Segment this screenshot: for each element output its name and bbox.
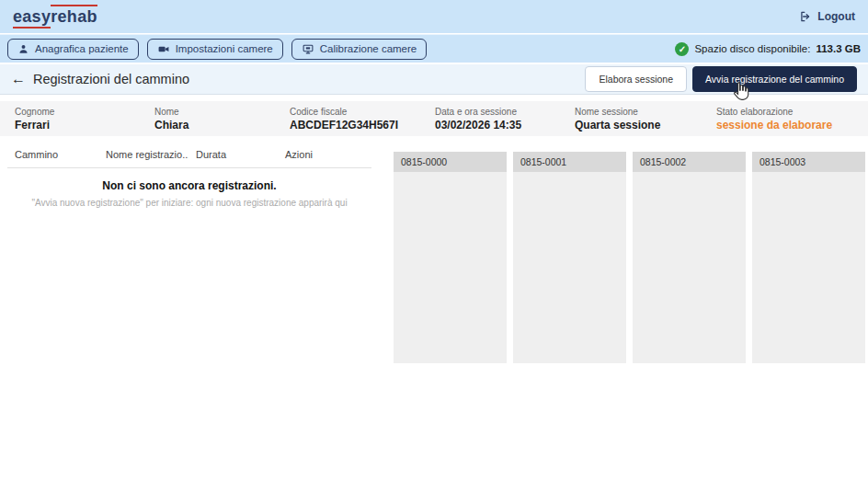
patient-info-band: Cognome Ferrari Nome Chiara Codice fisca… bbox=[0, 101, 868, 136]
check-circle-icon: ✓ bbox=[675, 42, 689, 56]
field-label: Nome bbox=[154, 107, 290, 117]
patient-field-nome: Nome Chiara bbox=[154, 107, 290, 132]
field-value: ABCDEF12G34H567I bbox=[290, 119, 435, 132]
back-arrow-icon[interactable]: ← bbox=[11, 71, 26, 87]
anagrafica-paziente-label: Anagrafica paziente bbox=[35, 43, 129, 54]
disk-space-label: Spazio disco disponibile: bbox=[694, 43, 810, 54]
impostazioni-camere-button[interactable]: Impostazioni camere bbox=[147, 39, 283, 60]
disk-space-status: ✓ Spazio disco disponibile: 113.3 GB bbox=[675, 42, 861, 56]
calibrazione-camere-button[interactable]: Calibrazione camere bbox=[291, 39, 427, 60]
top-bar: easyrehab Logout bbox=[0, 0, 868, 33]
camera-panel-1: 0815-0001 bbox=[513, 152, 626, 363]
patient-field-codice-fiscale: Codice fiscale ABCDEF12G34H567I bbox=[290, 107, 435, 132]
field-label: Data e ora sessione bbox=[435, 107, 575, 117]
column-cammino: Cammino bbox=[7, 149, 98, 160]
page-title: Registrazioni del cammino bbox=[33, 72, 189, 86]
logout-button[interactable]: Logout bbox=[799, 10, 855, 23]
field-value: Chiara bbox=[154, 119, 290, 132]
recordings-table-header: Cammino Nome registrazio... Durata Azion… bbox=[7, 149, 371, 168]
main-content: Cammino Nome registrazio... Durata Azion… bbox=[0, 136, 868, 492]
patient-field-cognome: Cognome Ferrari bbox=[15, 107, 154, 132]
field-value: Ferrari bbox=[15, 119, 154, 132]
camera-feed-view bbox=[394, 172, 507, 363]
field-value: Quarta sessione bbox=[575, 119, 716, 132]
field-label: Nome sessione bbox=[575, 107, 716, 117]
toolbar: Anagrafica paziente Impostazioni camere … bbox=[0, 34, 868, 63]
page-header: ← Registrazioni del cammino Elabora sess… bbox=[0, 64, 868, 95]
patient-field-stato-elaborazione: Stato elaborazione sessione da elaborare bbox=[716, 107, 853, 132]
avvia-registrazione-button[interactable]: Avvia registrazione del cammino bbox=[692, 66, 857, 92]
camera-label: 0815-0000 bbox=[394, 152, 507, 172]
camera-panel-3: 0815-0003 bbox=[752, 152, 865, 363]
calibrazione-camere-label: Calibrazione camere bbox=[320, 43, 417, 54]
field-label: Codice fiscale bbox=[290, 107, 435, 117]
column-azioni: Azioni bbox=[278, 149, 371, 160]
logout-label: Logout bbox=[817, 10, 855, 23]
camera-label: 0815-0001 bbox=[513, 152, 626, 172]
column-durata: Durata bbox=[188, 149, 278, 160]
impostazioni-camere-label: Impostazioni camere bbox=[176, 43, 273, 54]
status-badge: sessione da elaborare bbox=[716, 119, 853, 132]
anagrafica-paziente-button[interactable]: Anagrafica paziente bbox=[7, 39, 139, 60]
recordings-table: Cammino Nome registrazio... Durata Azion… bbox=[7, 149, 371, 208]
field-value: 03/02/2026 14:35 bbox=[435, 119, 575, 132]
logout-icon bbox=[799, 10, 812, 23]
logo-rehab: rehab bbox=[51, 5, 97, 26]
monitor-icon bbox=[302, 43, 314, 55]
camera-label: 0815-0002 bbox=[633, 152, 746, 172]
person-icon bbox=[17, 43, 29, 55]
column-nome-registrazione: Nome registrazio... bbox=[98, 149, 188, 160]
patient-field-nome-sessione: Nome sessione Quarta sessione bbox=[575, 107, 716, 132]
elabora-sessione-button[interactable]: Elabora sessione bbox=[585, 66, 687, 92]
logo-easy: easy bbox=[13, 7, 51, 29]
empty-state-title: Non ci sono ancora registrazioni. bbox=[7, 179, 371, 192]
camera-panel-0: 0815-0000 bbox=[394, 152, 507, 363]
disk-space-value: 113.3 GB bbox=[816, 43, 861, 54]
camera-label: 0815-0003 bbox=[752, 152, 865, 172]
camera-feed-view bbox=[752, 172, 865, 363]
camera-feed-view bbox=[513, 172, 626, 363]
app-logo: easyrehab bbox=[13, 7, 97, 27]
empty-state: Non ci sono ancora registrazioni. "Avvia… bbox=[7, 179, 371, 208]
empty-state-subtitle: "Avvia nuova registrazione" per iniziare… bbox=[7, 198, 371, 208]
camera-panel-2: 0815-0002 bbox=[633, 152, 746, 363]
video-camera-icon bbox=[157, 43, 170, 55]
patient-field-data-ora-sessione: Data e ora sessione 03/02/2026 14:35 bbox=[435, 107, 575, 132]
field-label: Cognome bbox=[15, 107, 154, 117]
header-actions: Elabora sessione Avvia registrazione del… bbox=[585, 66, 857, 92]
camera-feed-view bbox=[633, 172, 746, 363]
camera-feeds: 0815-0000 0815-0001 0815-0002 0815-0003 bbox=[394, 152, 865, 363]
field-label: Stato elaborazione bbox=[716, 107, 853, 117]
